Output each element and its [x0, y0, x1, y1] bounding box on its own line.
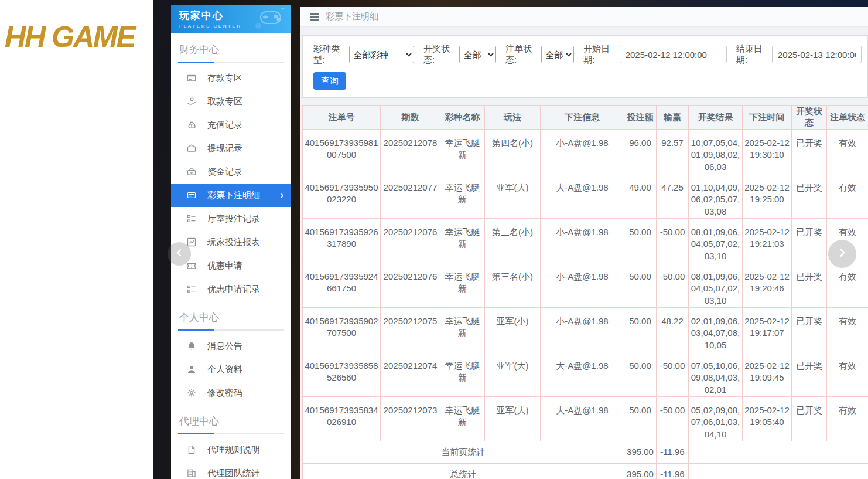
cell-bet-amount: 50.00 — [624, 308, 657, 352]
sidebar-item-bell[interactable]: 消息公告 — [171, 334, 291, 358]
total-summary-row: 总统计 395.00 -11.96 — [303, 464, 868, 479]
filter-panel: 彩种类型: 全部彩种 开奖状态: 全部 注单状态: 全部 开始日期: 结束日期: — [302, 35, 868, 98]
table-row: 40156917393592631789020250212076幸运飞艇新第三名… — [303, 219, 868, 263]
cell-order-no: 401569173935981007500 — [303, 130, 381, 174]
sidebar-item-user[interactable]: 个人资料 — [171, 358, 291, 381]
cell-draw-result: 01,10,04,09,06,02,05,07,03,08 — [689, 174, 743, 219]
cell-win-loss: -50.00 — [657, 352, 689, 397]
sidebar-item-label: 修改密码 — [207, 388, 242, 399]
sidebar-item-funds-record[interactable]: 资金记录 — [171, 160, 291, 184]
cell-bet-time: 2025-02-12 19:05:40 — [743, 397, 792, 441]
collapse-sidebar-button[interactable] — [168, 242, 191, 266]
cell-win-loss: -50.00 — [657, 397, 689, 441]
page-summary-label: 当前页统计 — [303, 441, 624, 464]
lottery-type-label: 彩种类型: — [313, 43, 344, 66]
team-stats-icon — [187, 468, 196, 478]
sidebar-item-doc[interactable]: 代理规则说明 — [171, 438, 291, 461]
sidebar-item-label: 提现记录 — [207, 143, 242, 154]
sidebar-item-withdraw-hand[interactable]: 取款专区 — [171, 90, 291, 113]
cell-order-no: 401569173935834026910 — [303, 397, 381, 441]
cell-win-loss: 47.25 — [657, 174, 689, 219]
cell-play: 亚军(大) — [485, 397, 541, 441]
cell-draw-result: 08,01,09,06,04,05,07,02,03,10 — [689, 219, 743, 263]
cell-play: 亚军(大) — [485, 174, 541, 219]
cell-bet-amount: 50.00 — [624, 397, 657, 441]
cell-bet-info: 大-A盘@1.98 — [541, 397, 624, 441]
table-row: 40156917393598100750020250212078幸运飞艇新第四名… — [303, 130, 868, 174]
topbar: 彩票下注明细 — [300, 7, 868, 27]
table-row: 40156917393592466175020250212076幸运飞艇新第三名… — [303, 263, 868, 308]
sidebar-item-label: 消息公告 — [207, 341, 242, 352]
content: 彩种类型: 全部彩种 开奖状态: 全部 注单状态: 全部 开始日期: 结束日期: — [300, 27, 868, 479]
page-left-area: HH GAME — [0, 0, 153, 479]
cell-play: 第三名(小) — [485, 263, 541, 308]
cell-win-loss: -50.00 — [657, 219, 689, 263]
sidebar-item-deposit-card[interactable]: 存款专区 — [171, 66, 291, 90]
chevron-left-icon — [175, 248, 184, 260]
cell-lottery-name: 幸运飞艇新 — [440, 352, 485, 397]
section-underline — [178, 433, 284, 434]
sidebar-item-label: 优惠申请 — [207, 260, 242, 271]
sidebar-item-label: 代理团队统计 — [207, 468, 260, 479]
sidebar-item-label: 个人资料 — [207, 364, 242, 375]
lottery-type-select[interactable]: 全部彩种 — [349, 46, 414, 63]
cell-lottery-name: 幸运飞艇新 — [440, 308, 485, 352]
sidebar-item-team-stats[interactable]: 代理团队统计 — [171, 461, 291, 479]
total-summary-winloss: -11.96 — [657, 464, 689, 479]
sidebar-item-promo-record[interactable]: 优惠申请记录 — [171, 277, 291, 301]
cell-draw-status: 已开奖 — [792, 130, 827, 174]
withdraw-hand-icon — [187, 97, 196, 106]
cell-draw-result: 08,01,09,06,04,05,07,02,03,10 — [689, 263, 743, 308]
cell-draw-result: 07,05,10,06,09,08,04,03,02,01 — [689, 352, 743, 397]
sidebar-item-withdrawal-record[interactable]: 提现记录 — [171, 137, 291, 160]
table-row: 40156917393595002322020250212077幸运飞艇新亚军(… — [303, 174, 868, 219]
bets-table: 注单号期数彩种名称玩法下注信息投注额输赢开奖结果下注时间开奖状态注单状态 401… — [302, 105, 868, 479]
sidebar-item-label: 厅室投注记录 — [207, 213, 260, 225]
sidebar-section-title: 财务中心 — [171, 33, 291, 62]
cell-win-loss: 92.57 — [657, 130, 689, 174]
sidebar-item-lottery-bets[interactable]: 彩票下注明细› — [171, 184, 291, 207]
column-header: 期数 — [381, 106, 440, 130]
cell-bet-info: 大-A盘@1.98 — [541, 174, 624, 219]
page-title: 彩票下注明细 — [326, 11, 378, 22]
column-header: 输赢 — [657, 106, 689, 130]
cell-play: 亚军(小) — [485, 308, 541, 352]
end-date-input[interactable] — [772, 46, 862, 63]
expand-panel-button[interactable] — [828, 240, 856, 268]
cell-draw-result: 05,02,09,08,07,06,01,03,04,10 — [689, 397, 743, 441]
sidebar-item-gear[interactable]: 修改密码 — [171, 381, 291, 405]
order-status-select[interactable]: 全部 — [541, 46, 574, 63]
column-header: 下注信息 — [541, 106, 624, 130]
cell-lottery-name: 幸运飞艇新 — [440, 219, 485, 263]
cell-lottery-name: 幸运飞艇新 — [440, 397, 485, 441]
page-summary-empty — [689, 441, 868, 464]
sidebar-item-label: 彩票下注明细 — [207, 190, 260, 201]
table-header-row: 注单号期数彩种名称玩法下注信息投注额输赢开奖结果下注时间开奖状态注单状态 — [303, 106, 868, 130]
total-summary-label: 总统计 — [303, 464, 624, 479]
cell-order-no: 401569173935926317890 — [303, 219, 381, 263]
sidebar-item-recharge-moneybag[interactable]: 充值记录 — [171, 113, 291, 137]
bell-icon — [187, 341, 196, 351]
start-date-label: 开始日期: — [583, 43, 614, 66]
hall-bets-icon — [187, 214, 196, 223]
sidebar-section-title: 个人中心 — [171, 301, 291, 329]
cell-bet-info: 小-A盘@1.98 — [541, 130, 624, 174]
hamburger-menu-icon[interactable] — [310, 13, 319, 21]
cell-order-status: 有效 — [827, 397, 868, 441]
cell-bet-info: 小-A盘@1.98 — [541, 219, 624, 263]
app-window: 玩家中心 PLAYERS CENTER 财务中心存款专区取款专区充值记录提现记录… — [153, 0, 868, 479]
cell-draw-result: 02,01,09,06,03,04,07,08,10,05 — [689, 308, 743, 352]
deposit-card-icon — [187, 73, 196, 83]
start-date-input[interactable] — [620, 46, 727, 63]
draw-status-select[interactable]: 全部 — [459, 46, 496, 63]
doc-icon — [187, 445, 196, 454]
cell-bet-amount: 50.00 — [624, 352, 657, 397]
column-header: 开奖结果 — [689, 106, 743, 130]
sidebar-item-label: 存款专区 — [207, 73, 242, 84]
cell-bet-info: 大-A盘@1.98 — [541, 352, 624, 397]
query-button[interactable]: 查询 — [313, 72, 346, 90]
cell-draw-result: 10,07,05,04,01,09,08,02,06,03 — [689, 130, 743, 174]
chevron-right-icon: › — [281, 190, 283, 201]
sidebar-item-hall-bets[interactable]: 厅室投注记录 — [171, 207, 291, 230]
cell-draw-status: 已开奖 — [792, 219, 827, 263]
